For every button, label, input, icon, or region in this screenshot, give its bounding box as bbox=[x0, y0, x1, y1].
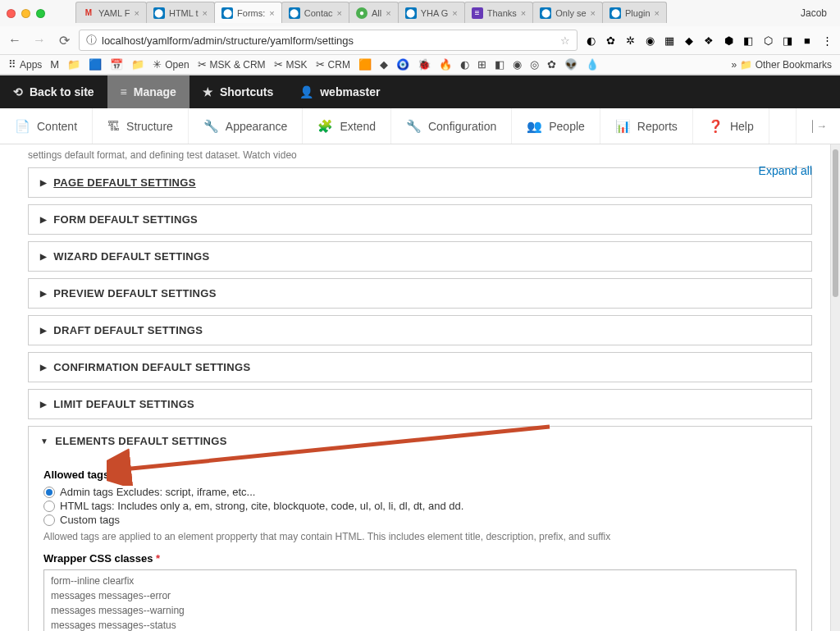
allowed-tags-option[interactable]: Custom tags bbox=[43, 514, 797, 526]
bookmark-item[interactable]: ◧ bbox=[495, 58, 504, 71]
chrome-profile[interactable]: Jacob bbox=[801, 7, 833, 19]
browser-tab[interactable]: ≡Thanks× bbox=[464, 2, 534, 23]
ext-icon[interactable]: ◨ bbox=[779, 32, 796, 48]
tab-close-icon[interactable]: × bbox=[337, 8, 342, 18]
tab-close-icon[interactable]: × bbox=[655, 8, 660, 18]
section-page-default-settings[interactable]: PAGE DEFAULT SETTINGS bbox=[28, 167, 812, 198]
ext-icon[interactable]: ⬡ bbox=[760, 32, 776, 48]
section-summary[interactable]: PAGE DEFAULT SETTINGS bbox=[29, 168, 811, 197]
section-preview-default-settings[interactable]: PREVIEW DEFAULT SETTINGS bbox=[28, 278, 812, 309]
section-draft-default-settings[interactable]: DRAFT DEFAULT SETTINGS bbox=[28, 315, 812, 345]
tab-close-icon[interactable]: × bbox=[591, 8, 596, 18]
section-wizard-default-settings[interactable]: WIZARD DEFAULT SETTINGS bbox=[28, 241, 812, 272]
bookmark-item[interactable]: ◆ bbox=[380, 58, 388, 71]
ext-icon[interactable]: ■ bbox=[799, 32, 815, 48]
subtoolbar-help[interactable]: ❓Help bbox=[693, 108, 769, 144]
section-form-default-settings[interactable]: FORM DEFAULT SETTINGS bbox=[28, 204, 812, 235]
toolbar-manage[interactable]: ≡Manage bbox=[107, 75, 189, 108]
bookmark-item[interactable]: 📁 bbox=[131, 58, 144, 71]
toolbar-webmaster[interactable]: 👤webmaster bbox=[286, 75, 393, 108]
bookmark-item[interactable]: 🐞 bbox=[418, 58, 431, 71]
browser-tab[interactable]: ⬤Contac× bbox=[281, 2, 349, 23]
ext-icon[interactable]: ◧ bbox=[740, 32, 756, 48]
other-bookmarks[interactable]: » 📁 Other Bookmarks bbox=[732, 59, 832, 71]
browser-tab[interactable]: ⬤YHA G× bbox=[398, 2, 465, 23]
bookmark-item[interactable]: 📁 bbox=[67, 58, 80, 71]
radio-icon[interactable] bbox=[43, 501, 55, 512]
ext-icon[interactable]: ◐ bbox=[582, 32, 599, 48]
ext-icon[interactable]: ▦ bbox=[661, 32, 678, 48]
bookmark-item[interactable]: ✿ bbox=[547, 58, 556, 71]
tab-close-icon[interactable]: × bbox=[135, 8, 139, 18]
address-bar[interactable]: ⓘ localhost/yamlform/admin/structure/yam… bbox=[79, 30, 578, 51]
browser-tab[interactable]: ⬤HTML t× bbox=[146, 2, 215, 23]
subtoolbar-content[interactable]: 📄Content bbox=[0, 108, 93, 144]
reload-button[interactable]: ⟳ bbox=[54, 30, 74, 50]
subtoolbar-extend[interactable]: 🧩Extend bbox=[303, 108, 391, 144]
ext-icon[interactable]: ✿ bbox=[602, 32, 619, 48]
ext-icon[interactable]: ❖ bbox=[701, 32, 717, 48]
site-info-icon[interactable]: ⓘ bbox=[86, 33, 97, 48]
allowed-tags-option[interactable]: HTML tags: Includes only a, em, strong, … bbox=[43, 500, 797, 512]
bookmark-item[interactable]: ◎ bbox=[530, 58, 539, 71]
section-summary[interactable]: FORM DEFAULT SETTINGS bbox=[29, 205, 811, 234]
section-summary[interactable]: DRAFT DEFAULT SETTINGS bbox=[29, 316, 811, 345]
subtoolbar-people[interactable]: 👥People bbox=[512, 108, 600, 144]
wrapper-css-textarea[interactable]: form--inline clearfixmessages messages--… bbox=[43, 569, 797, 631]
back-button[interactable]: ← bbox=[5, 30, 25, 50]
browser-tab[interactable]: MYAML F× bbox=[75, 2, 147, 23]
subtoolbar-appearance[interactable]: 🔧Appearance bbox=[189, 108, 304, 144]
browser-tab[interactable]: ⬤Forms:× bbox=[214, 2, 282, 23]
toolbar-shortcuts[interactable]: ★Shortcuts bbox=[189, 75, 286, 108]
browser-tab[interactable]: ●All× bbox=[349, 2, 399, 23]
subtoolbar-configuration[interactable]: 🔧Configuration bbox=[391, 108, 512, 144]
bookmark-item[interactable]: 🟧 bbox=[358, 58, 372, 71]
bookmark-item[interactable]: 🔥 bbox=[439, 58, 452, 71]
toolbar-back-to-site[interactable]: ⟲Back to site bbox=[0, 75, 107, 108]
leave-icon[interactable]: │→ bbox=[796, 108, 840, 144]
section-limit-default-settings[interactable]: LIMIT DEFAULT SETTINGS bbox=[28, 389, 812, 419]
bookmark-item[interactable]: ✳Open bbox=[153, 58, 189, 71]
section-summary[interactable]: CONFIRMATION DEFAULT SETTINGS bbox=[29, 353, 811, 382]
allowed-tags-option[interactable]: Admin tags Excludes: script, iframe, etc… bbox=[43, 486, 797, 498]
tab-close-icon[interactable]: × bbox=[386, 8, 390, 18]
section-summary[interactable]: LIMIT DEFAULT SETTINGS bbox=[29, 390, 811, 418]
bookmark-item[interactable]: ✂CRM bbox=[316, 58, 350, 71]
window-maximize-icon[interactable] bbox=[36, 9, 45, 18]
menu-icon[interactable]: ⋮ bbox=[819, 32, 835, 48]
bookmark-item[interactable]: ◉ bbox=[513, 58, 522, 71]
section-summary[interactable]: WIZARD DEFAULT SETTINGS bbox=[29, 242, 811, 271]
section-confirmation-default-settings[interactable]: CONFIRMATION DEFAULT SETTINGS bbox=[28, 352, 812, 382]
bookmark-item[interactable]: M bbox=[50, 58, 59, 71]
ext-icon[interactable]: ◆ bbox=[681, 32, 697, 48]
bookmark-star-icon[interactable]: ☆ bbox=[560, 34, 570, 47]
bookmark-item[interactable]: ✂MSK & CRM bbox=[198, 58, 266, 71]
page-scrollbar[interactable] bbox=[830, 144, 840, 631]
radio-icon[interactable] bbox=[43, 487, 55, 498]
browser-tab[interactable]: ⬤Only se× bbox=[532, 2, 603, 23]
tab-close-icon[interactable]: × bbox=[521, 8, 526, 18]
section-elements-default-settings[interactable]: ELEMENTS DEFAULT SETTINGS Allowed tags *… bbox=[28, 426, 812, 631]
bookmark-item[interactable]: 💧 bbox=[586, 58, 599, 71]
apps-button[interactable]: ⠿Apps bbox=[8, 58, 42, 71]
tab-close-icon[interactable]: × bbox=[203, 8, 208, 18]
browser-tab[interactable]: ⬤Plugin× bbox=[602, 2, 667, 23]
section-summary[interactable]: ELEMENTS DEFAULT SETTINGS bbox=[29, 427, 811, 455]
bookmark-item[interactable]: ◐ bbox=[460, 58, 469, 71]
window-close-icon[interactable] bbox=[7, 9, 16, 18]
tab-close-icon[interactable]: × bbox=[452, 8, 457, 18]
bookmark-item[interactable]: 📅 bbox=[110, 58, 123, 71]
ext-icon[interactable]: ✲ bbox=[622, 32, 638, 48]
bookmark-item[interactable]: 👽 bbox=[564, 58, 578, 71]
subtoolbar-structure[interactable]: 🏗Structure bbox=[93, 108, 189, 144]
radio-icon[interactable] bbox=[43, 514, 55, 526]
subtoolbar-reports[interactable]: 📊Reports bbox=[600, 108, 693, 144]
ext-icon[interactable]: ⬢ bbox=[720, 32, 737, 48]
bookmark-item[interactable]: ✂MSK bbox=[274, 58, 308, 71]
bookmark-item[interactable]: 🧿 bbox=[396, 58, 409, 71]
scrollbar-thumb-icon[interactable] bbox=[833, 149, 838, 297]
bookmark-item[interactable]: 🟦 bbox=[89, 58, 102, 71]
tab-close-icon[interactable]: × bbox=[269, 8, 274, 18]
window-minimize-icon[interactable] bbox=[21, 9, 30, 18]
ext-icon[interactable]: ◉ bbox=[641, 32, 658, 48]
